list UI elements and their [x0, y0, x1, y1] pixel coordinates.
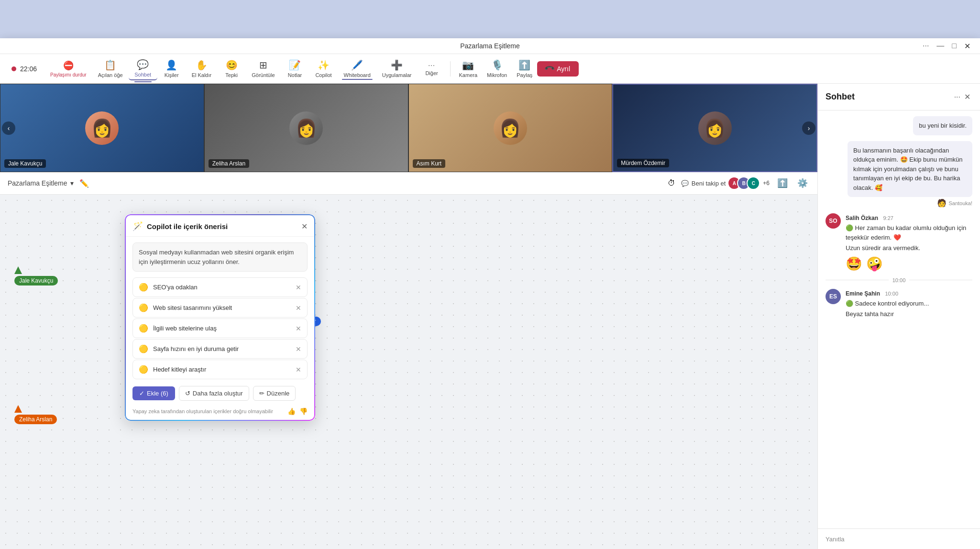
suggestion-item-2[interactable]: 🟡 Web sitesi tasarımını yükselt ✕	[132, 298, 308, 318]
chat-footer: Yanıtla	[818, 528, 980, 549]
chat-bubble-group-2: Bu lansmanın başarılı olacağından oldukç…	[826, 141, 972, 208]
follow-me-button[interactable]: 💬 Beni takip et	[681, 180, 726, 187]
toolbar-item-goruntule[interactable]: ⊞ Görüntüle	[246, 57, 280, 80]
thumbdown-button[interactable]: 👎	[299, 407, 308, 415]
toolbar-item-acilanoğe[interactable]: 📋 Açılan öğe	[92, 57, 129, 80]
suggestion-icon-2: 🟡	[139, 303, 148, 312]
more-generate-button[interactable]: ↺ Daha fazla oluştur	[179, 386, 249, 401]
toolbar-item-tepki[interactable]: 😊 Tepki	[217, 57, 246, 80]
chat-close-button[interactable]: ✕	[962, 90, 972, 103]
paylasimdurdur-icon: ⛔	[63, 60, 74, 71]
chat-status-icon-emine: 🟢	[846, 300, 853, 307]
toolbar-item-kamera[interactable]: 📷 Kamera	[454, 57, 483, 80]
meeting-title-button[interactable]: Pazarlama Eşitleme ▾	[8, 179, 74, 187]
kisiler-icon: 👤	[165, 59, 177, 71]
toolbar-item-whiteboard[interactable]: 🖊️ Whiteboard	[338, 57, 376, 80]
chat-avatar-salih: SO	[826, 213, 841, 229]
suggestion-remove-1[interactable]: ✕	[296, 284, 301, 291]
suggestion-text-3: İlgili web sitelerine ulaş	[153, 325, 291, 332]
suggestion-item-1[interactable]: 🟡 SEO'ya odaklan ✕	[132, 277, 308, 297]
participant-avatars: A B C +6	[731, 176, 770, 190]
add-button[interactable]: ✓ Ekle (6)	[132, 386, 175, 400]
suggestion-icon-3: 🟡	[139, 324, 148, 333]
toolbar-item-sohbet[interactable]: 💬 Sohbet	[129, 57, 157, 80]
suggestion-text-1: SEO'ya odaklan	[153, 284, 291, 291]
more-button[interactable]: ···	[921, 40, 931, 52]
feedback-icons: 👍 👎	[287, 407, 308, 415]
paylas-label: Paylaş	[517, 72, 532, 78]
chat-divider-10: 10:00	[826, 277, 972, 283]
suggestion-remove-4[interactable]: ✕	[296, 345, 301, 353]
toolbar-item-paylasimdurdur[interactable]: ⛔ Paylaşımı durdur	[44, 58, 92, 79]
whiteboard-underline	[342, 79, 373, 80]
toolbar-item-uygulamalar[interactable]: ➕ Uygulamalar	[376, 57, 418, 80]
video-name-jale: Jale Kavukçu	[4, 159, 46, 168]
chat-message-salih: SO Salih Özkan 9:27 🟢 Her zaman bu kadar…	[826, 213, 972, 272]
suggestion-remove-3[interactable]: ✕	[296, 325, 301, 332]
chat-status-icon: 🟢	[846, 224, 853, 231]
notlar-icon: 📝	[289, 59, 301, 71]
thumbup-button[interactable]: 👍	[287, 407, 296, 415]
whiteboard-area[interactable]: Jale Kavukçu Zeliha Arslan Asım Kurt Küb…	[0, 195, 817, 549]
acilanoğe-label: Açılan öğe	[98, 72, 123, 78]
settings-icon-button[interactable]: ⚙️	[795, 176, 810, 190]
copilot-logo: 🪄	[132, 221, 143, 231]
suggestion-item-5[interactable]: 🟡 Hedef kitleyi araştır ✕	[132, 360, 308, 379]
diger-icon: ···	[428, 61, 435, 69]
video-tile-murdem: 👩 Mürdem Özdemir	[612, 84, 817, 172]
chat-messages: bu yeni bir kisidir. Bu lansmanın başarı…	[818, 110, 980, 528]
video-strip: ‹ 👩 Jale Kavukçu 👩	[0, 84, 817, 172]
end-call-button[interactable]: 📞 Ayrıl	[537, 61, 579, 77]
share-icon-button[interactable]: ⬆️	[775, 176, 790, 190]
suggestion-remove-2[interactable]: ✕	[296, 304, 301, 312]
edit-icon: ✏	[259, 390, 264, 397]
chat-more-button[interactable]: ···	[952, 91, 962, 103]
toolbar-item-copilot[interactable]: ✨ Copilot	[309, 57, 338, 80]
copilot-disclaimer: Yapay zeka tarafından oluşturulan içerik…	[125, 406, 315, 421]
paylasimdurdur-label: Paylaşımı durdur	[50, 72, 87, 77]
mikrofon-icon: 🎙️	[491, 59, 503, 71]
window-controls: ··· — □ ✕	[921, 40, 972, 53]
toolbar: 22:06 ⛔ Paylaşımı durdur 📋 Açılan öğe 💬 …	[0, 54, 980, 84]
participant-avatar-3: C	[747, 176, 760, 190]
close-button[interactable]: ✕	[962, 40, 972, 53]
copilot-close-button[interactable]: ✕	[301, 222, 308, 231]
chat-bubble-2-text: Bu lansmanın başarılı olacağından oldukç…	[853, 147, 962, 191]
cursor-zeliha: Zeliha Arslan	[14, 405, 57, 424]
suggestion-item-3[interactable]: 🟡 İlgili web sitelerine ulaş ✕	[132, 318, 308, 338]
edit-label: Düzenle	[267, 390, 290, 397]
toolbar-item-kisiler[interactable]: 👤 Kişiler	[157, 57, 186, 80]
video-tile-jale: 👩 Jale Kavukçu	[0, 84, 204, 172]
video-next-button[interactable]: ›	[802, 121, 815, 135]
chat-bubble-2: Bu lansmanın başarılı olacağından oldukç…	[848, 141, 972, 198]
video-tile-asim: 👩 Asım Kurt	[408, 84, 613, 172]
toolbar-item-diger[interactable]: ··· Diğer	[418, 59, 446, 78]
suggestion-text-5: Hedef kitleyi araştır	[153, 366, 291, 373]
toolbar-item-elkaldır[interactable]: ✋ El Kaldır	[186, 57, 218, 80]
copilot-icon: ✨	[318, 59, 330, 71]
more-count: +6	[763, 180, 770, 187]
cursor-label-zeliha: Zeliha Arslan	[14, 415, 57, 424]
suggestion-remove-5[interactable]: ✕	[296, 366, 301, 373]
maximize-button[interactable]: □	[950, 40, 958, 52]
suggestion-item-4[interactable]: 🟡 Sayfa hızını en iyi duruma getir ✕	[132, 339, 308, 359]
cursor-arrow-zeliha	[14, 405, 22, 413]
meeting-title-text: Pazarlama Eşitleme	[8, 179, 67, 187]
add-label: Ekle (6)	[147, 390, 168, 397]
toolbar-item-mikrofon[interactable]: 🎙️ Mikrofon	[482, 57, 512, 80]
cursor-jale: Jale Kavukçu	[14, 266, 58, 285]
window-title: Pazarlama Eşitleme	[460, 42, 520, 50]
edit-button[interactable]: ✏ Düzenle	[253, 386, 296, 401]
chat-emoji-row: 🤩 🤪	[846, 256, 972, 272]
pencil-icon: ✏️	[79, 179, 89, 188]
meeting-title-chevron: ▾	[70, 179, 74, 187]
toolbar-item-notlar[interactable]: 📝 Notlar	[281, 57, 309, 80]
suggestion-icon-5: 🟡	[139, 365, 148, 374]
video-prev-button[interactable]: ‹	[2, 121, 15, 135]
minimize-button[interactable]: —	[935, 40, 946, 52]
uygulamalar-label: Uygulamalar	[382, 72, 412, 78]
toolbar-item-paylas[interactable]: ⬆️ Paylaş	[512, 57, 537, 80]
chat-header: Sohbet ··· ✕	[818, 84, 980, 110]
suggestion-icon-1: 🟡	[139, 283, 148, 292]
chat-bubble-2-sender: 🧑 Santouka!	[937, 198, 972, 208]
